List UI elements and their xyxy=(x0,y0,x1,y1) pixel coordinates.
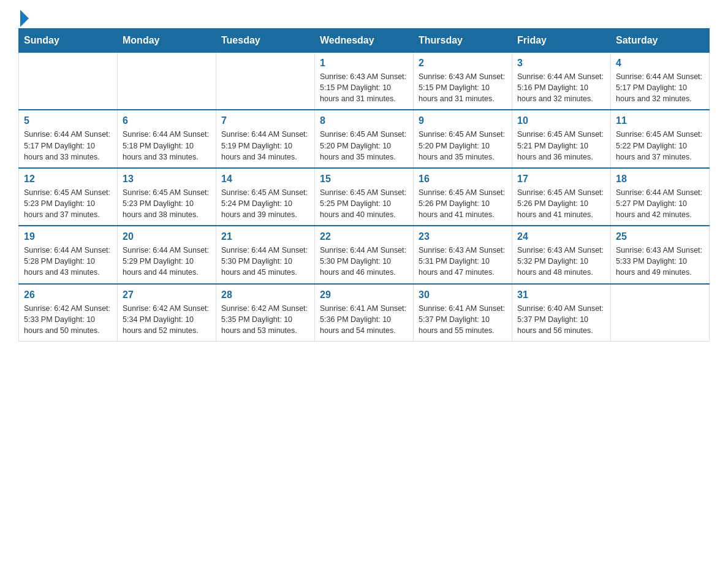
calendar-cell: 9Sunrise: 6:45 AM Sunset: 5:20 PM Daylig… xyxy=(414,110,512,167)
calendar-cell xyxy=(611,284,710,342)
day-info: Sunrise: 6:42 AM Sunset: 5:34 PM Dayligh… xyxy=(123,303,211,336)
day-number: 17 xyxy=(517,174,605,185)
calendar-cell: 19Sunrise: 6:44 AM Sunset: 5:28 PM Dayli… xyxy=(19,226,118,283)
calendar-week-row: 5Sunrise: 6:44 AM Sunset: 5:17 PM Daylig… xyxy=(19,110,710,167)
calendar-cell: 27Sunrise: 6:42 AM Sunset: 5:34 PM Dayli… xyxy=(118,284,216,342)
day-number: 24 xyxy=(517,231,605,242)
logo-triangle-icon xyxy=(20,10,29,27)
day-info: Sunrise: 6:45 AM Sunset: 5:20 PM Dayligh… xyxy=(320,129,408,162)
calendar-week-row: 26Sunrise: 6:42 AM Sunset: 5:33 PM Dayli… xyxy=(19,284,710,342)
day-number: 19 xyxy=(24,231,112,242)
day-info: Sunrise: 6:42 AM Sunset: 5:35 PM Dayligh… xyxy=(221,303,309,336)
calendar-cell: 13Sunrise: 6:45 AM Sunset: 5:23 PM Dayli… xyxy=(118,168,216,226)
weekday-header-friday: Friday xyxy=(512,29,611,53)
day-info: Sunrise: 6:44 AM Sunset: 5:28 PM Dayligh… xyxy=(24,245,112,278)
day-number: 13 xyxy=(123,174,211,185)
calendar-cell: 3Sunrise: 6:44 AM Sunset: 5:16 PM Daylig… xyxy=(512,53,611,110)
day-number: 11 xyxy=(616,115,704,126)
day-number: 27 xyxy=(123,289,211,301)
calendar-cell: 7Sunrise: 6:44 AM Sunset: 5:19 PM Daylig… xyxy=(216,110,315,167)
day-number: 28 xyxy=(221,289,309,301)
page-header xyxy=(18,12,710,22)
calendar-week-row: 19Sunrise: 6:44 AM Sunset: 5:28 PM Dayli… xyxy=(19,226,710,283)
logo xyxy=(18,12,29,22)
weekday-header-sunday: Sunday xyxy=(19,29,118,53)
day-number: 30 xyxy=(419,289,507,301)
day-info: Sunrise: 6:44 AM Sunset: 5:30 PM Dayligh… xyxy=(320,245,408,278)
day-number: 18 xyxy=(616,174,704,185)
day-info: Sunrise: 6:45 AM Sunset: 5:24 PM Dayligh… xyxy=(221,187,309,220)
calendar-cell: 21Sunrise: 6:44 AM Sunset: 5:30 PM Dayli… xyxy=(216,226,315,283)
day-number: 22 xyxy=(320,231,408,242)
day-number: 8 xyxy=(320,115,408,126)
day-number: 16 xyxy=(419,174,507,185)
calendar-cell: 11Sunrise: 6:45 AM Sunset: 5:22 PM Dayli… xyxy=(611,110,710,167)
calendar-cell: 14Sunrise: 6:45 AM Sunset: 5:24 PM Dayli… xyxy=(216,168,315,226)
calendar-cell: 23Sunrise: 6:43 AM Sunset: 5:31 PM Dayli… xyxy=(414,226,512,283)
day-info: Sunrise: 6:43 AM Sunset: 5:31 PM Dayligh… xyxy=(419,245,507,278)
day-info: Sunrise: 6:45 AM Sunset: 5:21 PM Dayligh… xyxy=(517,129,605,162)
calendar-cell: 29Sunrise: 6:41 AM Sunset: 5:36 PM Dayli… xyxy=(315,284,414,342)
day-info: Sunrise: 6:41 AM Sunset: 5:37 PM Dayligh… xyxy=(419,303,507,336)
calendar-cell: 16Sunrise: 6:45 AM Sunset: 5:26 PM Dayli… xyxy=(414,168,512,226)
day-info: Sunrise: 6:44 AM Sunset: 5:27 PM Dayligh… xyxy=(616,187,704,220)
day-info: Sunrise: 6:45 AM Sunset: 5:26 PM Dayligh… xyxy=(419,187,507,220)
day-info: Sunrise: 6:42 AM Sunset: 5:33 PM Dayligh… xyxy=(24,303,112,336)
day-number: 23 xyxy=(419,231,507,242)
weekday-header-monday: Monday xyxy=(118,29,216,53)
day-info: Sunrise: 6:43 AM Sunset: 5:15 PM Dayligh… xyxy=(419,71,507,104)
day-info: Sunrise: 6:43 AM Sunset: 5:15 PM Dayligh… xyxy=(320,71,408,104)
calendar-cell: 1Sunrise: 6:43 AM Sunset: 5:15 PM Daylig… xyxy=(315,53,414,110)
day-info: Sunrise: 6:43 AM Sunset: 5:33 PM Dayligh… xyxy=(616,245,704,278)
calendar-cell: 28Sunrise: 6:42 AM Sunset: 5:35 PM Dayli… xyxy=(216,284,315,342)
calendar-table: SundayMondayTuesdayWednesdayThursdayFrid… xyxy=(18,28,710,342)
calendar-cell: 24Sunrise: 6:43 AM Sunset: 5:32 PM Dayli… xyxy=(512,226,611,283)
day-number: 15 xyxy=(320,174,408,185)
calendar-cell: 10Sunrise: 6:45 AM Sunset: 5:21 PM Dayli… xyxy=(512,110,611,167)
day-number: 12 xyxy=(24,174,112,185)
day-number: 7 xyxy=(221,115,309,126)
weekday-header-wednesday: Wednesday xyxy=(315,29,414,53)
day-number: 1 xyxy=(320,58,408,69)
day-number: 14 xyxy=(221,174,309,185)
day-number: 29 xyxy=(320,289,408,301)
day-info: Sunrise: 6:41 AM Sunset: 5:36 PM Dayligh… xyxy=(320,303,408,336)
calendar-cell: 30Sunrise: 6:41 AM Sunset: 5:37 PM Dayli… xyxy=(414,284,512,342)
calendar-header-row: SundayMondayTuesdayWednesdayThursdayFrid… xyxy=(19,29,710,53)
day-info: Sunrise: 6:45 AM Sunset: 5:23 PM Dayligh… xyxy=(123,187,211,220)
weekday-header-tuesday: Tuesday xyxy=(216,29,315,53)
day-info: Sunrise: 6:45 AM Sunset: 5:23 PM Dayligh… xyxy=(24,187,112,220)
calendar-cell xyxy=(19,53,118,110)
day-info: Sunrise: 6:44 AM Sunset: 5:17 PM Dayligh… xyxy=(24,129,112,162)
calendar-cell: 22Sunrise: 6:44 AM Sunset: 5:30 PM Dayli… xyxy=(315,226,414,283)
calendar-week-row: 1Sunrise: 6:43 AM Sunset: 5:15 PM Daylig… xyxy=(19,53,710,110)
day-number: 9 xyxy=(419,115,507,126)
calendar-cell: 20Sunrise: 6:44 AM Sunset: 5:29 PM Dayli… xyxy=(118,226,216,283)
day-number: 26 xyxy=(24,289,112,301)
day-info: Sunrise: 6:44 AM Sunset: 5:17 PM Dayligh… xyxy=(616,71,704,104)
day-number: 2 xyxy=(419,58,507,69)
calendar-cell: 4Sunrise: 6:44 AM Sunset: 5:17 PM Daylig… xyxy=(611,53,710,110)
day-info: Sunrise: 6:43 AM Sunset: 5:32 PM Dayligh… xyxy=(517,245,605,278)
day-info: Sunrise: 6:44 AM Sunset: 5:18 PM Dayligh… xyxy=(123,129,211,162)
day-info: Sunrise: 6:44 AM Sunset: 5:19 PM Dayligh… xyxy=(221,129,309,162)
weekday-header-saturday: Saturday xyxy=(611,29,710,53)
calendar-cell xyxy=(118,53,216,110)
day-info: Sunrise: 6:45 AM Sunset: 5:22 PM Dayligh… xyxy=(616,129,704,162)
day-info: Sunrise: 6:45 AM Sunset: 5:26 PM Dayligh… xyxy=(517,187,605,220)
day-number: 4 xyxy=(616,58,704,69)
day-number: 5 xyxy=(24,115,112,126)
calendar-cell: 17Sunrise: 6:45 AM Sunset: 5:26 PM Dayli… xyxy=(512,168,611,226)
day-number: 21 xyxy=(221,231,309,242)
calendar-cell: 8Sunrise: 6:45 AM Sunset: 5:20 PM Daylig… xyxy=(315,110,414,167)
day-number: 3 xyxy=(517,58,605,69)
day-number: 6 xyxy=(123,115,211,126)
calendar-cell: 6Sunrise: 6:44 AM Sunset: 5:18 PM Daylig… xyxy=(118,110,216,167)
calendar-cell: 18Sunrise: 6:44 AM Sunset: 5:27 PM Dayli… xyxy=(611,168,710,226)
day-info: Sunrise: 6:44 AM Sunset: 5:29 PM Dayligh… xyxy=(123,245,211,278)
calendar-cell: 31Sunrise: 6:40 AM Sunset: 5:37 PM Dayli… xyxy=(512,284,611,342)
calendar-week-row: 12Sunrise: 6:45 AM Sunset: 5:23 PM Dayli… xyxy=(19,168,710,226)
day-number: 10 xyxy=(517,115,605,126)
calendar-cell: 15Sunrise: 6:45 AM Sunset: 5:25 PM Dayli… xyxy=(315,168,414,226)
calendar-cell: 5Sunrise: 6:44 AM Sunset: 5:17 PM Daylig… xyxy=(19,110,118,167)
